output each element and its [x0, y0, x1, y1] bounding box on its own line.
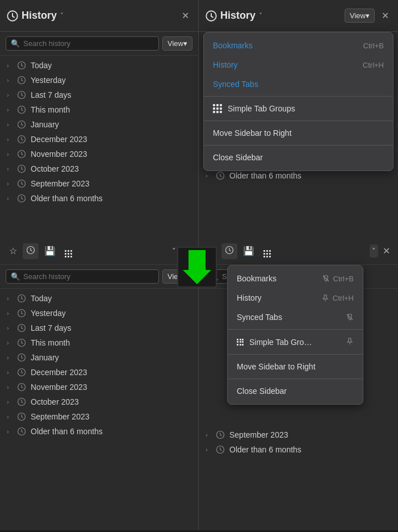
list-item[interactable]: › Yesterday	[0, 73, 198, 88]
list-item[interactable]: › This month	[0, 102, 198, 117]
dropdown-menu-bottom-right: Bookmarks Ctrl+B History Ctrl+H Synced T…	[227, 265, 363, 405]
list-item[interactable]: › Yesterday	[0, 306, 198, 321]
clock-icon	[17, 427, 26, 436]
search-input-bottom-left[interactable]	[23, 272, 154, 281]
expand-arrow: ›	[7, 428, 12, 435]
menu-item-close-sidebar[interactable]: Close Sidebar	[204, 148, 393, 167]
clock-icon	[216, 445, 225, 454]
title-chevron-top-left[interactable]: ˅	[60, 12, 64, 20]
grid-toolbar-icon	[65, 250, 73, 258]
menu-item-label: History	[213, 60, 238, 69]
menu-item-simple-tab-groups-bottom[interactable]: Simple Tab Gro…	[228, 332, 363, 352]
grid-icon-bottom	[237, 339, 244, 346]
menu-item-icon-group: Simple Tab Groups	[213, 104, 295, 113]
list-item[interactable]: › October 2023	[0, 161, 198, 176]
bookmarks-toolbar-btn[interactable]: ☆	[6, 243, 20, 259]
list-item[interactable]: › Older than 6 months	[0, 424, 198, 439]
save-toolbar-btn[interactable]: 💾	[41, 243, 59, 259]
list-item[interactable]: › September 2023	[0, 176, 198, 191]
close-button-bottom-right[interactable]: ✕	[380, 244, 392, 258]
list-item[interactable]: › Today	[0, 291, 198, 306]
list-item[interactable]: › November 2023	[0, 380, 198, 394]
item-label: January	[31, 353, 59, 362]
menu-item-move-sidebar-bottom[interactable]: Move Sidebar to Right	[228, 357, 363, 376]
expand-arrow: ›	[7, 413, 12, 420]
panel-right-bottom: ☆ 💾 ˅ ✕ 🔍 Sea	[199, 238, 398, 530]
expand-arrow: ›	[7, 384, 12, 390]
clock-icon	[17, 353, 26, 362]
search-input-top-left[interactable]	[23, 39, 154, 48]
item-label: Last 7 days	[31, 90, 72, 99]
grid-toolbar-btn-right[interactable]	[260, 242, 275, 260]
history-clock-icon-top-right	[206, 10, 217, 22]
menu-item-history-bottom[interactable]: History Ctrl+H	[228, 288, 363, 307]
search-bar-top-left: 🔍 View▾	[0, 32, 198, 56]
title-chevron-top-right[interactable]: ˅	[259, 12, 262, 20]
grid-toolbar-icon-right	[263, 250, 271, 258]
menu-item-synced-tabs-bottom[interactable]: Synced Tabs	[228, 307, 363, 327]
item-label: This month	[31, 338, 70, 347]
grid-icon	[213, 104, 222, 113]
menu-item-history[interactable]: History Ctrl+H	[204, 55, 393, 74]
list-item[interactable]: › December 2023	[0, 365, 198, 380]
list-item[interactable]: › September 2023	[199, 427, 398, 442]
arrow-svg	[183, 250, 211, 284]
clock-icon	[17, 105, 26, 114]
clock-icon	[17, 76, 26, 85]
expand-arrow: ›	[7, 325, 12, 331]
panel-title-top-left: History	[22, 10, 57, 22]
list-item[interactable]: › Today	[0, 58, 198, 73]
expand-arrow: ›	[7, 195, 12, 202]
clock-icon	[17, 61, 26, 70]
view-button-top-right[interactable]: View▾	[345, 9, 375, 23]
clock-icon	[17, 397, 26, 406]
item-label: November 2023	[31, 149, 87, 159]
history-list-bottom-left: › Today › Yesterday › Last 7 days › This…	[0, 289, 198, 530]
toolbar-chevron-btn-right[interactable]: ˅	[370, 244, 378, 257]
clock-icon	[17, 179, 26, 188]
menu-item-label: Simple Tab Groups	[228, 104, 295, 113]
header-left-group: History ˅	[7, 10, 64, 22]
history-toolbar-btn-right[interactable]	[221, 243, 237, 259]
save-toolbar-btn-right[interactable]: 💾	[240, 243, 258, 259]
list-item[interactable]: › This month	[0, 335, 198, 350]
menu-item-label: History	[237, 293, 262, 302]
item-label: December 2023	[31, 368, 87, 377]
history-clock-icon-top-left	[7, 10, 18, 22]
menu-item-synced-tabs[interactable]: Synced Tabs	[204, 74, 393, 94]
menu-item-close-sidebar-bottom[interactable]: Close Sidebar	[228, 381, 363, 401]
grid-toolbar-btn[interactable]	[61, 242, 76, 260]
list-item[interactable]: › October 2023	[0, 394, 198, 409]
toolbar-left-bottom: ☆ 💾 ˅ ✕	[0, 238, 198, 265]
expand-arrow: ›	[7, 92, 12, 98]
expand-arrow: ›	[7, 180, 12, 187]
list-item[interactable]: › Last 7 days	[0, 321, 198, 335]
menu-item-move-sidebar[interactable]: Move Sidebar to Right	[204, 123, 393, 143]
svg-marker-14	[183, 250, 211, 284]
expand-arrow: ›	[7, 151, 12, 157]
close-button-top-left[interactable]: ✕	[179, 9, 191, 23]
list-item[interactable]: › November 2023	[0, 147, 198, 161]
menu-item-simple-tab-groups[interactable]: Simple Tab Groups	[204, 99, 393, 118]
menu-item-bookmarks[interactable]: Bookmarks Ctrl+B	[204, 36, 393, 55]
clock-icon	[17, 194, 26, 203]
expand-arrow: ›	[7, 106, 12, 113]
history-toolbar-btn[interactable]	[23, 243, 39, 259]
list-item[interactable]: › Older than 6 months	[0, 191, 198, 206]
dropdown-menu-top-right: Bookmarks Ctrl+B History Ctrl+H Synced T…	[203, 32, 393, 171]
list-item[interactable]: › January	[0, 117, 198, 132]
clock-icon	[17, 338, 26, 347]
expand-arrow: ›	[7, 77, 12, 84]
list-item[interactable]: › Older than 6 months	[199, 442, 398, 457]
view-button-top-left[interactable]: View▾	[162, 36, 192, 51]
close-button-top-right[interactable]: ✕	[379, 9, 391, 23]
menu-item-bookmarks-bottom[interactable]: Bookmarks Ctrl+B	[228, 269, 363, 288]
item-label: Yesterday	[31, 76, 66, 85]
right-bottom-list: › September 2023 › Older than 6 months	[199, 425, 398, 530]
list-item[interactable]: › September 2023	[0, 409, 198, 424]
list-item[interactable]: › January	[0, 350, 198, 365]
list-item[interactable]: › December 2023	[0, 132, 198, 147]
expand-arrow: ›	[7, 310, 12, 317]
list-item[interactable]: › Last 7 days	[0, 88, 198, 102]
item-label: Today	[31, 294, 52, 303]
